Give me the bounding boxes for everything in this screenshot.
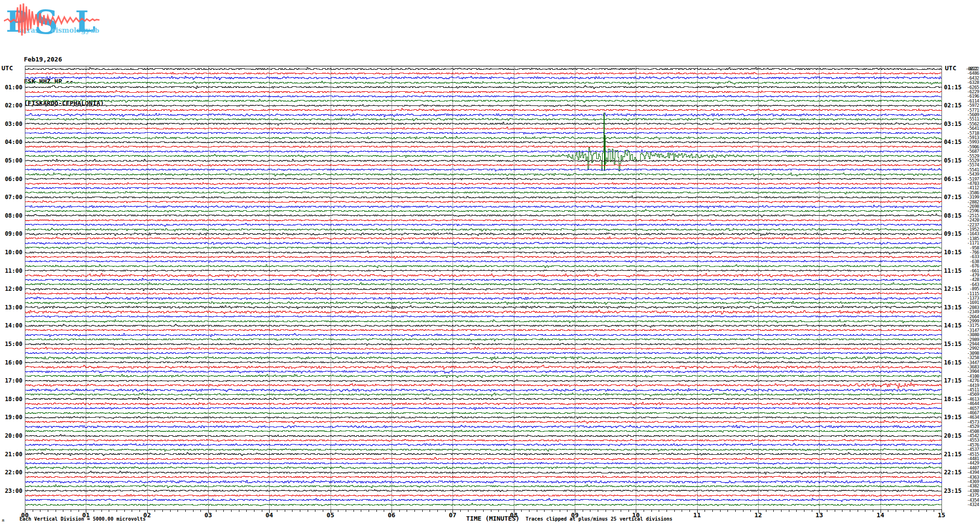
hour-label-left: 03:00 <box>0 121 22 127</box>
seismogram-trace <box>25 330 941 331</box>
trace-offset-value: -2349 <box>948 310 979 314</box>
seismogram-trace <box>25 192 941 194</box>
seismogram-trace <box>25 214 941 217</box>
trace-offset-value: -4529 <box>948 425 979 429</box>
seismogram-trace <box>25 453 941 456</box>
seismogram-trace <box>25 182 941 184</box>
hour-label-left: 16:00 <box>0 360 22 366</box>
seismogram-trace <box>25 136 941 139</box>
trace-offset-value: -3199 <box>948 195 979 200</box>
seismogram-trace <box>25 273 941 277</box>
trace-offset-value: -5687 <box>948 149 979 154</box>
seismogram-trace <box>25 205 941 208</box>
hour-label-left: 06:00 <box>0 176 22 182</box>
seismogram-trace <box>25 425 941 427</box>
seismogram-trace <box>25 297 941 300</box>
scale-note: Each Vertical Division = 5000.00 microvo… <box>20 516 146 522</box>
seismogram-trace <box>25 471 941 474</box>
seismogram-trace <box>25 388 941 391</box>
x-axis-title: TIME (MINUTES) <box>466 515 520 522</box>
seismogram-trace <box>25 261 941 263</box>
hour-label-left: 21:00 <box>0 451 22 458</box>
seismogram-trace <box>25 503 941 506</box>
hour-label-left: 18:00 <box>0 396 22 403</box>
seismogram-trace <box>25 494 941 496</box>
seismogram-trace <box>25 370 941 373</box>
trace-offset-value: -676 <box>948 264 979 268</box>
seismogram-trace <box>25 293 941 295</box>
x-axis-tick-label: 13 <box>809 512 829 519</box>
hour-label-left: 02:00 <box>0 102 22 109</box>
trace-offset-value: -5641 <box>948 126 979 131</box>
seismogram-trace <box>25 362 941 364</box>
seismogram-trace <box>25 421 941 424</box>
hour-label-left: 07:00 <box>0 194 22 201</box>
seismogram-trace <box>25 430 941 432</box>
hour-label-left: 08:00 <box>0 213 22 219</box>
seismogram-trace <box>25 301 941 304</box>
seismogram-trace <box>25 270 941 272</box>
seismogram-trace <box>25 347 941 350</box>
hour-label-left: 17:00 <box>0 378 22 384</box>
seismogram-trace <box>25 466 941 469</box>
hour-label-left: 20:00 <box>0 433 22 439</box>
x-axis-tick-label: 06 <box>382 512 401 519</box>
x-axis-tick-label: 07 <box>443 512 462 519</box>
seismogram-trace <box>25 352 941 354</box>
x-axis-tick-label: 14 <box>871 512 890 519</box>
hour-label-left: 05:00 <box>0 158 22 164</box>
seismogram-trace <box>25 67 941 70</box>
seismogram-trace <box>25 283 941 285</box>
trace-offset-value: -895 <box>948 287 979 291</box>
seismogram-trace <box>25 416 941 418</box>
seismogram-trace <box>25 122 941 125</box>
clip-note: Traces clipped at plus/minus 25 vertical… <box>526 516 672 522</box>
trace-offset-value: -4276 <box>948 379 979 383</box>
seismogram-trace <box>25 278 941 281</box>
hour-label-left: 01:00 <box>0 84 22 91</box>
seismogram-trace <box>25 146 941 148</box>
x-axis-tick-label: 05 <box>321 512 340 519</box>
seismogram-trace <box>25 173 941 176</box>
trace-offset-value: -3258 <box>948 356 979 360</box>
seismogram-trace <box>25 375 941 378</box>
seismogram-trace <box>25 306 941 309</box>
hour-label-left: 10:00 <box>0 249 22 256</box>
seismogram-trace <box>25 169 941 171</box>
seismogram-trace <box>25 412 941 414</box>
x-axis-tick-label: 04 <box>259 512 279 519</box>
trace-offset-value: -1171 <box>948 241 979 245</box>
seismogram-trace <box>25 150 941 153</box>
hour-label-left: 14:00 <box>0 323 22 329</box>
hour-label-left: 22:00 <box>0 469 22 476</box>
seismogram-trace <box>25 113 941 117</box>
seismogram-trace <box>25 109 941 112</box>
trace-offset-overlay: -0822 <box>946 67 978 71</box>
seismogram-trace <box>25 444 941 446</box>
trace-offset-value: -4324 <box>948 503 979 507</box>
seismogram-trace <box>25 100 941 102</box>
seismogram-trace <box>25 287 941 290</box>
seismogram-trace <box>25 476 941 478</box>
seismogram-trace <box>25 201 941 203</box>
seismogram-trace <box>25 499 941 502</box>
trace-offset-value: -6328 <box>948 81 979 85</box>
seismogram-trace <box>25 159 941 161</box>
seismogram-trace <box>25 485 941 487</box>
helicorder-plot <box>0 0 980 527</box>
seismogram-trace <box>25 448 941 451</box>
hour-label-left: 09:00 <box>0 231 22 237</box>
hour-label-left: 04:00 <box>0 139 22 145</box>
seismogram-trace <box>25 127 941 129</box>
seismogram-trace <box>25 320 941 323</box>
seismogram-trace <box>25 72 941 74</box>
trace-offset-value: -4394 <box>948 470 979 475</box>
x-axis-ticks <box>25 509 941 513</box>
seismogram-trace <box>25 164 941 166</box>
seismogram-trace <box>25 380 941 381</box>
seismogram-trace <box>25 90 941 93</box>
seismogram-trace <box>25 365 941 369</box>
trace-offset-value: -2420 <box>948 218 979 223</box>
seismogram-trace <box>25 398 941 400</box>
seismogram-trace <box>25 457 941 460</box>
